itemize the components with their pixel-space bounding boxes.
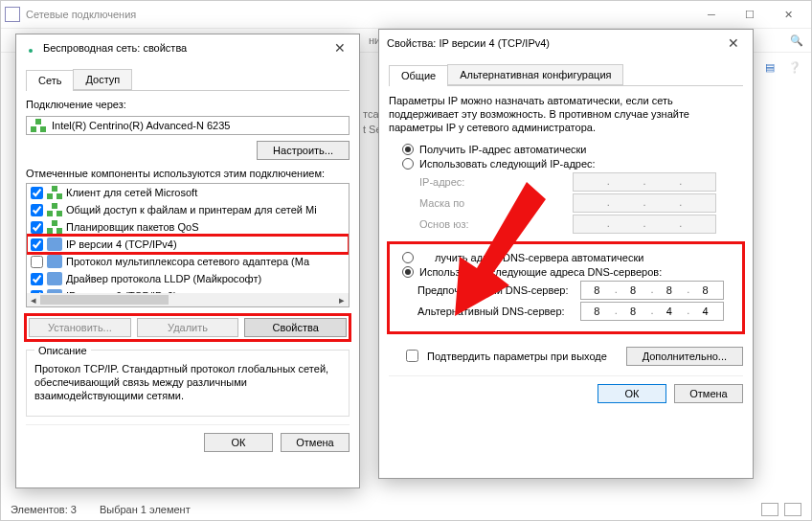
adapter-name: Intel(R) Centrino(R) Advanced-N 6235 (52, 120, 230, 131)
configure-button[interactable]: Настроить... (257, 141, 350, 160)
maximize-button[interactable]: ☐ (731, 1, 769, 28)
dns-auto-label: лучить адрес DNS-сервера автоматически (435, 252, 643, 263)
ip-manual-label: Использовать следующий IP-адрес: (419, 158, 596, 170)
protocol-icon (47, 272, 62, 285)
close-button[interactable]: ✕ (769, 1, 807, 28)
tab-access[interactable]: Доступ (73, 69, 132, 90)
dns-alt-field[interactable]: 8.8.4.4 (580, 302, 724, 321)
ipv4-properties-dialog: Свойства: IP версии 4 (TCP/IPv4) ✕ Общие… (378, 29, 754, 479)
cancel-button[interactable]: Отмена (281, 433, 350, 452)
list-item-ipv4[interactable]: IP версии 4 (TCP/IPv4) (27, 236, 349, 253)
titlebar: Сетевые подключения ─ ☐ ✕ (1, 1, 811, 28)
properties-button[interactable]: Свойства (244, 318, 347, 337)
ip-auto-label: Получить IP-адрес автоматически (419, 144, 586, 155)
ip-address-label: IP-адрес: (419, 176, 573, 188)
ip-manual-radio[interactable] (402, 158, 414, 170)
adapter-icon (31, 119, 46, 132)
ok-button[interactable]: ОК (204, 433, 273, 452)
scroll-right-icon[interactable]: ▸ (335, 293, 349, 306)
install-button[interactable]: Установить... (29, 318, 131, 337)
dns-pref-field[interactable]: 8.8.8.8 (580, 281, 724, 300)
close-icon[interactable]: ✕ (722, 35, 745, 51)
window-icon (5, 7, 20, 22)
status-item-count: Элементов: 3 (11, 504, 77, 515)
description-text: Протокол TCP/IP. Стандартный протокол гл… (34, 362, 341, 410)
component-buttons: Установить... Удалить Свойства (26, 315, 350, 340)
advanced-button[interactable]: Дополнительно... (626, 347, 743, 366)
search-icon[interactable]: 🔍 (790, 34, 803, 47)
confirm-checkbox[interactable] (406, 350, 418, 362)
list-item: Протокол мультиплексора сетевого адаптер… (27, 253, 349, 270)
list-item: Планировщик пакетов QoS (27, 218, 349, 236)
window-title: Сетевые подключения (26, 9, 692, 20)
network-icon (47, 220, 62, 234)
gateway-label: Основ юз: (419, 218, 573, 230)
list-item: Клиент для сетей Microsoft (27, 184, 349, 201)
protocol-icon (47, 238, 62, 251)
tab-network[interactable]: Сеть (26, 70, 74, 91)
protocol-icon (47, 255, 62, 268)
confirm-label: Подтвердить параметры при выходе (427, 351, 607, 362)
ip-address-field: ... (573, 172, 716, 192)
ok-button[interactable]: ОК (598, 384, 666, 403)
cancel-button[interactable]: Отмена (674, 384, 743, 403)
dns-section-highlight: лучить адрес DNS-сервера автоматически И… (389, 243, 743, 332)
ip-auto-radio[interactable] (402, 144, 414, 155)
view-tiles-icon[interactable] (784, 503, 801, 516)
tab-general[interactable]: Общие (389, 65, 448, 86)
statusbar: Элементов: 3 Выбран 1 элемент (1, 499, 811, 520)
intro-text: Параметры IP можно назначать автоматичес… (389, 94, 743, 134)
network-icon (47, 203, 62, 216)
horizontal-scrollbar[interactable]: ◂ ▸ (27, 293, 349, 306)
list-item: Драйвер протокола LLDP (Майкрософт) (27, 270, 349, 287)
wifi-icon (24, 41, 37, 55)
description-group: Описание Протокол TCP/IP. Стандартный пр… (26, 350, 350, 417)
gateway-field: ... (573, 215, 716, 234)
mask-label: Маска по (419, 197, 573, 209)
scroll-left-icon[interactable]: ◂ (27, 293, 40, 306)
remove-button[interactable]: Удалить (137, 318, 239, 337)
scroll-thumb[interactable] (40, 295, 169, 305)
components-label: Отмеченные компоненты используются этим … (26, 168, 350, 179)
dns-manual-label: Использовать следующие адреса DNS-сервер… (419, 266, 662, 278)
components-list[interactable]: Клиент для сетей Microsoft Общий доступ … (26, 183, 350, 307)
tabs: Общие Альтернативная конфигурация (389, 64, 743, 86)
dns-manual-radio[interactable] (402, 266, 414, 278)
description-title: Описание (34, 345, 91, 356)
tab-alternative[interactable]: Альтернативная конфигурация (447, 64, 623, 85)
search-box[interactable]: 🔍 (757, 34, 811, 47)
view-details-icon[interactable] (761, 503, 778, 516)
connect-via-label: Подключение через: (26, 99, 350, 110)
list-item: Общий доступ к файлам и принтерам для се… (27, 201, 349, 218)
status-selection: Выбран 1 элемент (100, 504, 191, 515)
adapter-properties-dialog: Беспроводная сеть: свойства ✕ Сеть Досту… (15, 34, 360, 488)
dialog-title: Свойства: IP версии 4 (TCP/IPv4) (387, 37, 722, 49)
minimize-button[interactable]: ─ (692, 1, 731, 28)
help-icon[interactable]: ❔ (788, 61, 801, 74)
dns-alt-label: Альтернативный DNS-сервер: (417, 306, 580, 317)
adapter-name-field[interactable]: Intel(R) Centrino(R) Advanced-N 6235 (26, 116, 350, 135)
details-pane-icon[interactable]: ▤ (765, 61, 775, 74)
network-icon (47, 186, 62, 199)
tabs: Сеть Доступ (26, 69, 350, 91)
close-icon[interactable]: ✕ (328, 40, 351, 56)
dns-pref-label: Предпочитаемый DNS-сервер: (417, 284, 580, 296)
mask-field: ... (573, 193, 716, 213)
dns-auto-radio[interactable] (402, 252, 414, 263)
dialog-title: Беспроводная сеть: свойства (43, 42, 328, 54)
